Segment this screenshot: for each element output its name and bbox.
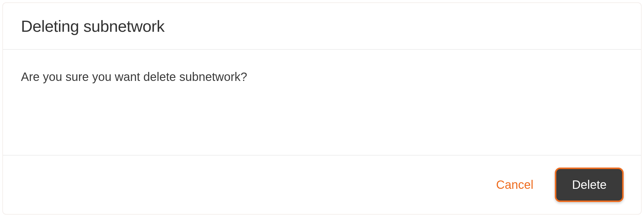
cancel-button[interactable]: Cancel <box>496 178 534 192</box>
dialog-header: Deleting subnetwork <box>3 3 641 50</box>
dialog-body: Are you sure you want delete subnetwork? <box>3 50 641 156</box>
delete-button[interactable]: Delete <box>555 168 624 202</box>
dialog-message: Are you sure you want delete subnetwork? <box>21 70 623 84</box>
dialog-footer: Cancel Delete <box>3 156 641 214</box>
confirmation-dialog: Deleting subnetwork Are you sure you wan… <box>2 2 642 215</box>
dialog-title: Deleting subnetwork <box>21 17 623 35</box>
